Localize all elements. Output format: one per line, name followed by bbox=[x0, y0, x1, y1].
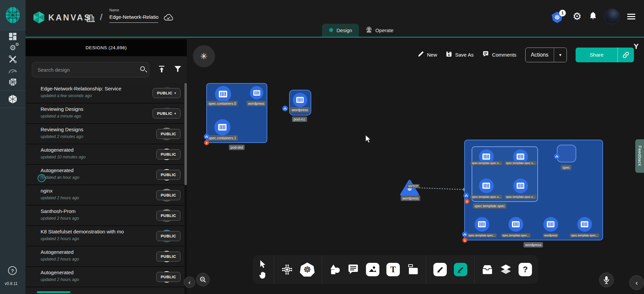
scrollbar-thumb[interactable] bbox=[184, 83, 187, 185]
group-label: pod-skd bbox=[229, 145, 245, 150]
select-tool-pointer-icon[interactable] bbox=[259, 260, 267, 269]
design-list-item[interactable]: Autogenerated updated 10 minutes ago ☺ P… bbox=[25, 144, 185, 165]
notifications-bell-icon[interactable] bbox=[589, 11, 597, 21]
menu-hamburger-icon[interactable] bbox=[627, 14, 635, 19]
node-label: wordpress bbox=[543, 233, 558, 237]
error-count-badge[interactable]: 2 bbox=[204, 140, 209, 145]
kubernetes-context-switcher[interactable]: ☸ 1 bbox=[551, 10, 565, 23]
actions-split-button[interactable]: Actions ▼ bbox=[525, 48, 567, 62]
pod-status-badge[interactable] bbox=[282, 106, 288, 112]
container-node[interactable] bbox=[513, 178, 528, 193]
design-updated: updated a few seconds ago bbox=[41, 93, 92, 98]
filter-icon[interactable] bbox=[174, 66, 181, 74]
settings-gear-icon[interactable]: ⚙ bbox=[573, 11, 582, 21]
components-tool-icon[interactable] bbox=[281, 264, 293, 275]
gears-icon: ⚙⚙ bbox=[9, 44, 16, 52]
new-button[interactable]: New bbox=[418, 51, 437, 59]
design-list-item[interactable]: Edge-Network-Relationship: Service updat… bbox=[25, 83, 185, 103]
media-tool-icon[interactable] bbox=[366, 263, 379, 276]
tab-design[interactable]: ✻ Design bbox=[322, 24, 359, 37]
nav-kanvas[interactable] bbox=[0, 93, 25, 105]
error-count-badge[interactable]: 1 bbox=[463, 238, 468, 243]
save-as-button[interactable]: Save As bbox=[446, 51, 474, 59]
shapes-tool-icon[interactable] bbox=[329, 264, 340, 275]
container-node[interactable] bbox=[250, 86, 263, 99]
canvas-app-badge[interactable]: ✳ bbox=[193, 45, 215, 67]
share-split-button[interactable]: Share bbox=[576, 48, 634, 62]
pod-status-badge[interactable] bbox=[554, 154, 560, 159]
voice-chat-mic-button[interactable] bbox=[599, 273, 614, 287]
help-button[interactable]: ? bbox=[8, 266, 17, 275]
node-label: spec bbox=[561, 165, 572, 170]
nav-dashboard[interactable] bbox=[0, 31, 25, 42]
visibility-label: PUBLIC bbox=[157, 91, 172, 95]
sketch-tool-icon-active[interactable] bbox=[454, 263, 467, 276]
design-list-item[interactable]: K8 Statefulset demonstration with mo upd… bbox=[25, 226, 185, 246]
design-list-item[interactable]: Autogenerated updated 2 hours ago ☺ PUBL… bbox=[25, 246, 185, 267]
spec-node[interactable] bbox=[557, 145, 576, 162]
error-count-badge[interactable]: 3 bbox=[465, 199, 470, 204]
visibility-badge[interactable]: PUBLIC bbox=[156, 211, 180, 221]
actions-caret-icon[interactable]: ▼ bbox=[554, 53, 567, 57]
zoom-out-button[interactable] bbox=[196, 273, 210, 286]
kubernetes-tool-icon[interactable]: ☸ bbox=[300, 263, 315, 277]
visibility-select[interactable]: PUBLIC▾ bbox=[153, 88, 180, 98]
tab-operate[interactable]: Operate bbox=[359, 24, 400, 37]
layers-tool-icon[interactable] bbox=[500, 264, 512, 275]
canvas-toolbar: ☸ T ? bbox=[253, 255, 538, 284]
pod-status-badge[interactable] bbox=[462, 232, 468, 237]
collapse-panel-chevron-button[interactable]: ‹ bbox=[184, 277, 195, 288]
design-list-item[interactable]: nginx updated 2 hours ago PUBLIC bbox=[25, 185, 185, 206]
design-list-item[interactable]: Reviewing Designs updated 2 minutes ago … bbox=[25, 124, 185, 144]
visibility-select[interactable]: PUBLIC▾ bbox=[153, 108, 180, 119]
versions-y-icon[interactable]: Y bbox=[634, 42, 639, 51]
list-scrollbar[interactable] bbox=[184, 83, 187, 294]
visibility-badge[interactable]: PUBLIC bbox=[156, 149, 180, 159]
design-list-item[interactable]: Autogenerated updated 2 hours ago ☺ PUBL… bbox=[25, 267, 185, 287]
service-edge[interactable] bbox=[418, 182, 468, 194]
pen-tool-icon[interactable] bbox=[433, 263, 447, 276]
visibility-badge[interactable]: PUBLIC bbox=[156, 170, 180, 180]
design-list-item[interactable]: Reviewing Designs updated a minute ago P… bbox=[25, 103, 185, 124]
nav-extensions[interactable] bbox=[0, 76, 25, 88]
container-node[interactable] bbox=[215, 86, 231, 102]
left-nav-rail: ⚙⚙ ? v0.8.11 bbox=[0, 0, 25, 294]
meshery-logo[interactable] bbox=[0, 0, 25, 30]
visibility-badge[interactable]: PUBLIC bbox=[156, 190, 180, 200]
pod-status-badge[interactable] bbox=[464, 193, 469, 199]
drawer-tool-icon[interactable] bbox=[482, 265, 493, 275]
container-node[interactable] bbox=[577, 217, 592, 232]
container-node[interactable] bbox=[508, 217, 523, 232]
pod-status-badge[interactable] bbox=[204, 134, 210, 140]
feedback-tab[interactable]: Feedback bbox=[635, 139, 644, 173]
comment-tool-icon[interactable] bbox=[347, 264, 359, 275]
help-tool-icon[interactable]: ? bbox=[519, 263, 532, 276]
organization-icon[interactable] bbox=[86, 13, 95, 24]
container-node[interactable] bbox=[479, 178, 494, 193]
note-tool-icon[interactable] bbox=[407, 264, 419, 275]
visibility-badge[interactable]: PUBLIC bbox=[156, 251, 180, 262]
nav-performance[interactable] bbox=[0, 65, 25, 76]
visibility-badge[interactable]: PUBLIC bbox=[156, 231, 180, 241]
import-design-icon[interactable] bbox=[158, 65, 165, 74]
visibility-badge[interactable]: PUBLIC bbox=[156, 272, 180, 282]
nav-lifecycle[interactable]: ⚙⚙ bbox=[0, 42, 25, 54]
comments-button[interactable]: Comments bbox=[482, 51, 517, 59]
visibility-badge[interactable]: PUBLIC bbox=[156, 129, 180, 139]
container-node[interactable] bbox=[543, 217, 558, 232]
container-node[interactable] bbox=[214, 119, 230, 135]
container-node[interactable] bbox=[475, 217, 489, 232]
text-tool-icon[interactable]: T bbox=[386, 263, 400, 276]
container-node[interactable] bbox=[293, 93, 307, 107]
design-list-item[interactable]: Autogenerated updated an hour ago ☺ PUBL… bbox=[25, 165, 185, 185]
pan-tool-hand-icon[interactable] bbox=[259, 271, 267, 280]
search-input[interactable] bbox=[32, 67, 149, 73]
collapse-right-chevron-button[interactable]: ‹ bbox=[629, 275, 644, 290]
design-list-item[interactable]: Santhosh-Prom updated 2 hours ago PUBLIC bbox=[25, 206, 185, 226]
pencil-icon bbox=[418, 51, 424, 59]
design-name-input[interactable]: Edge-Network-Relatio bbox=[109, 14, 158, 23]
user-avatar[interactable] bbox=[604, 9, 620, 24]
node-label: spec.template.spec.s... bbox=[471, 161, 502, 165]
nav-configuration[interactable] bbox=[0, 54, 25, 65]
copy-link-icon[interactable] bbox=[618, 51, 634, 59]
